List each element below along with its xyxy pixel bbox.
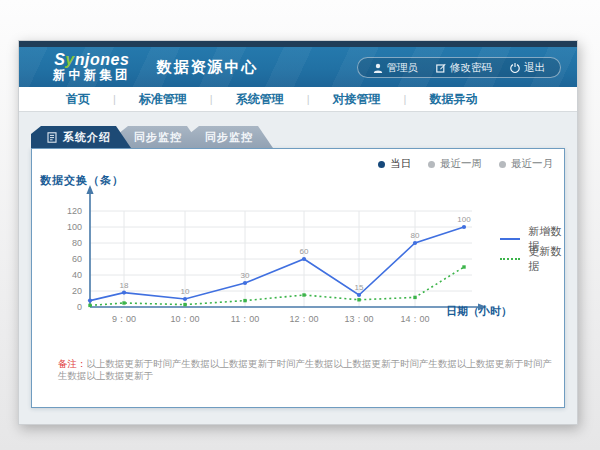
page-title: 数据资源中心 (157, 58, 259, 77)
logo-chinese: 新中新集团 (53, 69, 131, 82)
logout-button[interactable]: 退出 (501, 61, 554, 75)
edit-icon (436, 63, 446, 73)
note-text: 以上数据更新于时间产生数据以上数据更新于时间产生数据以上数据更新于时间产生数据以… (58, 358, 552, 381)
svg-text:40: 40 (72, 270, 82, 280)
chart-panel: 当日 最近一周 最近一月 数据交换（条） 0204060801001209：00… (31, 148, 565, 408)
radio-icon (378, 161, 385, 168)
data-point (243, 299, 246, 302)
line-chart-svg: 0204060801001209：0010：0011：0012：0013：001… (32, 171, 568, 349)
data-point (88, 304, 91, 307)
user-icon (373, 63, 383, 73)
chart-gridlines (90, 211, 472, 307)
series-line (90, 267, 464, 305)
radio-icon (499, 161, 506, 168)
tab-sync-monitor-2[interactable]: 同步监控 (189, 126, 273, 148)
svg-text:80: 80 (72, 238, 82, 248)
current-user-button[interactable]: 管理员 (364, 61, 428, 75)
time-range-option-last-week[interactable]: 最近一周 (428, 157, 482, 171)
svg-text:13：00: 13：00 (344, 314, 373, 324)
user-toolbar: 管理员 修改密码 退出 (357, 57, 562, 78)
svg-text:12：00: 12：00 (289, 314, 318, 324)
data-point (183, 303, 186, 306)
dotted-line-icon (500, 258, 520, 260)
data-point (357, 298, 360, 301)
data-point (462, 225, 466, 229)
tab-label: 系统介绍 (63, 130, 111, 145)
x-axis-title: 日期（小时） (446, 304, 512, 319)
tab-bar: 系统介绍 同步监控 同步监控 (31, 126, 260, 148)
nav-item-system-management[interactable]: 系统管理 (213, 91, 307, 108)
data-point (243, 281, 247, 285)
note-prefix: 备注： (58, 358, 87, 369)
user-label: 管理员 (387, 61, 419, 75)
app-window: Synjones 新中新集团 数据资源中心 管理员 修改密码 退出 首页 | 标… (18, 40, 578, 425)
svg-text:60: 60 (72, 254, 82, 264)
data-point-label: 15 (355, 283, 364, 292)
svg-text:9：00: 9：00 (112, 314, 136, 324)
series-1 (88, 265, 465, 307)
svg-text:20: 20 (72, 286, 82, 296)
svg-text:11：00: 11：00 (231, 314, 259, 324)
nav-item-data-changes[interactable]: 数据异动 (406, 91, 500, 108)
nav-item-home[interactable]: 首页 (43, 91, 113, 108)
tab-sync-monitor-1[interactable]: 同步监控 (118, 126, 202, 148)
data-point (302, 293, 305, 296)
data-point-label: 30 (241, 271, 250, 280)
tab-system-intro[interactable]: 系统介绍 (31, 126, 131, 148)
solid-line-icon (500, 238, 520, 240)
company-logo: Synjones 新中新集团 (53, 52, 131, 82)
svg-text:0: 0 (77, 302, 82, 312)
time-range-label: 最近一月 (511, 157, 553, 171)
time-range-selector: 当日 最近一周 最近一月 (378, 157, 553, 171)
data-point-label: 80 (411, 231, 420, 240)
radio-icon (428, 161, 435, 168)
data-point (413, 241, 417, 245)
data-point-label: 100 (457, 215, 471, 224)
svg-text:10：00: 10：00 (170, 314, 199, 324)
nav-item-standard-management[interactable]: 标准管理 (116, 91, 210, 108)
data-point (88, 299, 92, 303)
change-password-label: 修改密码 (450, 61, 492, 75)
data-point (357, 293, 361, 297)
tab-label: 同步监控 (134, 130, 182, 145)
time-range-label: 最近一周 (440, 157, 482, 171)
footer-note: 备注：以上数据更新于时间产生数据以上数据更新于时间产生数据以上数据更新于时间产生… (58, 358, 556, 383)
data-point (183, 297, 187, 301)
data-point (462, 265, 465, 268)
data-point (122, 291, 126, 295)
data-point (302, 257, 306, 261)
chart-legend: 新增数据 更新数据 (500, 229, 564, 269)
svg-text:100: 100 (67, 222, 82, 232)
data-point-label: 10 (181, 287, 190, 296)
legend-item-updated-data[interactable]: 更新数据 (500, 249, 564, 269)
svg-text:14：00: 14：00 (400, 314, 429, 324)
main-nav: 首页 | 标准管理 | 系统管理 | 对接管理 | 数据异动 (19, 87, 577, 112)
y-axis-arrow-icon (86, 185, 93, 194)
data-point (122, 301, 125, 304)
time-range-option-today[interactable]: 当日 (378, 157, 411, 171)
logo-english: Synjones (53, 52, 131, 69)
document-icon (47, 132, 57, 143)
data-point (413, 296, 416, 299)
legend-label: 更新数据 (528, 244, 564, 274)
power-icon (510, 63, 520, 73)
data-point-label: 60 (300, 247, 309, 256)
series-line (90, 227, 464, 301)
app-header: Synjones 新中新集团 数据资源中心 管理员 修改密码 退出 (19, 47, 577, 87)
time-range-option-last-month[interactable]: 最近一月 (499, 157, 553, 171)
chart-axes (86, 185, 487, 311)
logout-label: 退出 (524, 61, 545, 75)
data-point-label: 18 (120, 281, 129, 290)
time-range-label: 当日 (390, 157, 411, 171)
change-password-button[interactable]: 修改密码 (427, 61, 501, 75)
nav-item-docking-management[interactable]: 对接管理 (310, 91, 404, 108)
tab-label: 同步监控 (205, 130, 253, 145)
svg-text:120: 120 (67, 206, 82, 216)
